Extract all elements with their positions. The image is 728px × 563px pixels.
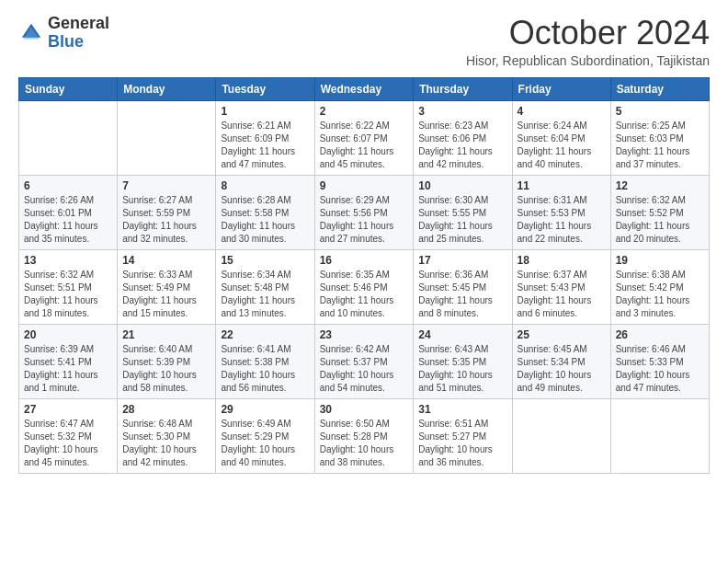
calendar-cell: 31Sunrise: 6:51 AM Sunset: 5:27 PM Dayli…	[414, 398, 512, 473]
day-info: Sunrise: 6:50 AM Sunset: 5:28 PM Dayligh…	[320, 418, 409, 469]
weekday-header: Wednesday	[314, 77, 414, 100]
calendar-cell	[610, 398, 709, 473]
day-number: 11	[518, 179, 606, 192]
calendar-cell: 19Sunrise: 6:38 AM Sunset: 5:42 PM Dayli…	[610, 249, 709, 324]
day-info: Sunrise: 6:46 AM Sunset: 5:33 PM Dayligh…	[616, 343, 704, 395]
day-number: 18	[518, 254, 606, 267]
calendar-cell: 25Sunrise: 6:45 AM Sunset: 5:34 PM Dayli…	[512, 324, 610, 398]
day-info: Sunrise: 6:42 AM Sunset: 5:37 PM Dayligh…	[320, 343, 409, 395]
day-number: 15	[221, 254, 309, 267]
day-number: 12	[616, 179, 704, 192]
logo-general: General	[48, 15, 109, 33]
logo-blue: Blue	[48, 33, 109, 52]
day-info: Sunrise: 6:24 AM Sunset: 6:04 PM Dayligh…	[518, 120, 606, 171]
subtitle: Hisor, Republican Subordination, Tajikis…	[466, 53, 710, 68]
calendar-cell: 15Sunrise: 6:34 AM Sunset: 5:48 PM Dayli…	[216, 249, 314, 324]
day-info: Sunrise: 6:22 AM Sunset: 6:07 PM Dayligh…	[320, 120, 409, 171]
calendar-cell: 10Sunrise: 6:30 AM Sunset: 5:55 PM Dayli…	[414, 175, 512, 249]
day-number: 21	[122, 328, 210, 341]
day-number: 3	[418, 105, 506, 118]
calendar-cell	[118, 100, 216, 175]
day-info: Sunrise: 6:48 AM Sunset: 5:30 PM Dayligh…	[122, 418, 210, 469]
day-number: 29	[221, 403, 309, 416]
day-number: 5	[616, 105, 704, 118]
header: General Blue October 2024 Hisor, Republi…	[18, 15, 710, 68]
calendar-cell: 23Sunrise: 6:42 AM Sunset: 5:37 PM Dayli…	[314, 324, 414, 398]
day-number: 25	[518, 328, 606, 341]
day-number: 24	[418, 328, 506, 341]
calendar-cell: 3Sunrise: 6:23 AM Sunset: 6:06 PM Daylig…	[414, 100, 512, 175]
day-number: 8	[221, 179, 309, 192]
day-info: Sunrise: 6:21 AM Sunset: 6:09 PM Dayligh…	[221, 120, 309, 171]
calendar-cell: 5Sunrise: 6:25 AM Sunset: 6:03 PM Daylig…	[610, 100, 709, 175]
calendar-cell: 21Sunrise: 6:40 AM Sunset: 5:39 PM Dayli…	[118, 324, 216, 398]
calendar-week: 27Sunrise: 6:47 AM Sunset: 5:32 PM Dayli…	[19, 398, 710, 473]
day-number: 6	[24, 179, 112, 192]
logo: General Blue	[18, 15, 109, 52]
day-info: Sunrise: 6:43 AM Sunset: 5:35 PM Dayligh…	[418, 343, 506, 395]
title-area: October 2024 Hisor, Republican Subordina…	[466, 15, 710, 68]
calendar-cell: 30Sunrise: 6:50 AM Sunset: 5:28 PM Dayli…	[314, 398, 414, 473]
weekday-header: Friday	[512, 77, 610, 100]
day-number: 19	[616, 254, 704, 267]
month-title: October 2024	[466, 15, 710, 52]
day-number: 16	[320, 254, 409, 267]
calendar-cell: 28Sunrise: 6:48 AM Sunset: 5:30 PM Dayli…	[118, 398, 216, 473]
weekday-header: Monday	[118, 77, 216, 100]
day-number: 2	[320, 105, 409, 118]
day-number: 26	[616, 328, 704, 341]
weekday-row: SundayMondayTuesdayWednesdayThursdayFrid…	[19, 77, 710, 100]
day-info: Sunrise: 6:32 AM Sunset: 5:51 PM Dayligh…	[24, 269, 112, 320]
day-number: 14	[122, 254, 210, 267]
day-number: 13	[24, 254, 112, 267]
day-number: 7	[122, 179, 210, 192]
calendar-cell: 6Sunrise: 6:26 AM Sunset: 6:01 PM Daylig…	[19, 175, 118, 249]
day-number: 30	[320, 403, 409, 416]
calendar: SundayMondayTuesdayWednesdayThursdayFrid…	[18, 77, 710, 474]
calendar-cell: 7Sunrise: 6:27 AM Sunset: 5:59 PM Daylig…	[118, 175, 216, 249]
calendar-cell: 16Sunrise: 6:35 AM Sunset: 5:46 PM Dayli…	[314, 249, 414, 324]
day-info: Sunrise: 6:26 AM Sunset: 6:01 PM Dayligh…	[24, 194, 112, 246]
day-info: Sunrise: 6:34 AM Sunset: 5:48 PM Dayligh…	[221, 269, 309, 320]
calendar-cell: 26Sunrise: 6:46 AM Sunset: 5:33 PM Dayli…	[610, 324, 709, 398]
calendar-week: 13Sunrise: 6:32 AM Sunset: 5:51 PM Dayli…	[19, 249, 710, 324]
day-info: Sunrise: 6:37 AM Sunset: 5:43 PM Dayligh…	[518, 269, 606, 320]
calendar-cell	[512, 398, 610, 473]
day-info: Sunrise: 6:23 AM Sunset: 6:06 PM Dayligh…	[418, 120, 506, 171]
day-number: 22	[221, 328, 309, 341]
day-info: Sunrise: 6:51 AM Sunset: 5:27 PM Dayligh…	[418, 418, 506, 469]
calendar-cell: 20Sunrise: 6:39 AM Sunset: 5:41 PM Dayli…	[19, 324, 118, 398]
day-number: 31	[418, 403, 506, 416]
calendar-cell: 2Sunrise: 6:22 AM Sunset: 6:07 PM Daylig…	[314, 100, 414, 175]
day-info: Sunrise: 6:31 AM Sunset: 5:53 PM Dayligh…	[518, 194, 606, 246]
calendar-cell: 11Sunrise: 6:31 AM Sunset: 5:53 PM Dayli…	[512, 175, 610, 249]
logo-text: General Blue	[48, 15, 109, 52]
day-info: Sunrise: 6:27 AM Sunset: 5:59 PM Dayligh…	[122, 194, 210, 246]
calendar-cell: 8Sunrise: 6:28 AM Sunset: 5:58 PM Daylig…	[216, 175, 314, 249]
weekday-header: Tuesday	[216, 77, 314, 100]
day-number: 10	[418, 179, 506, 192]
day-number: 1	[221, 105, 309, 118]
calendar-header: SundayMondayTuesdayWednesdayThursdayFrid…	[19, 77, 710, 100]
day-number: 27	[24, 403, 112, 416]
day-info: Sunrise: 6:33 AM Sunset: 5:49 PM Dayligh…	[122, 269, 210, 320]
day-info: Sunrise: 6:28 AM Sunset: 5:58 PM Dayligh…	[221, 194, 309, 246]
calendar-cell: 22Sunrise: 6:41 AM Sunset: 5:38 PM Dayli…	[216, 324, 314, 398]
weekday-header: Saturday	[610, 77, 709, 100]
day-info: Sunrise: 6:38 AM Sunset: 5:42 PM Dayligh…	[616, 269, 704, 320]
day-number: 28	[122, 403, 210, 416]
day-info: Sunrise: 6:41 AM Sunset: 5:38 PM Dayligh…	[221, 343, 309, 395]
calendar-cell	[19, 100, 118, 175]
calendar-body: 1Sunrise: 6:21 AM Sunset: 6:09 PM Daylig…	[19, 100, 710, 473]
calendar-cell: 24Sunrise: 6:43 AM Sunset: 5:35 PM Dayli…	[414, 324, 512, 398]
day-number: 17	[418, 254, 506, 267]
day-number: 9	[320, 179, 409, 192]
calendar-cell: 17Sunrise: 6:36 AM Sunset: 5:45 PM Dayli…	[414, 249, 512, 324]
calendar-week: 1Sunrise: 6:21 AM Sunset: 6:09 PM Daylig…	[19, 100, 710, 175]
day-number: 23	[320, 328, 409, 341]
day-info: Sunrise: 6:30 AM Sunset: 5:55 PM Dayligh…	[418, 194, 506, 246]
day-info: Sunrise: 6:36 AM Sunset: 5:45 PM Dayligh…	[418, 269, 506, 320]
day-info: Sunrise: 6:29 AM Sunset: 5:56 PM Dayligh…	[320, 194, 409, 246]
day-info: Sunrise: 6:47 AM Sunset: 5:32 PM Dayligh…	[24, 418, 112, 469]
day-number: 20	[24, 328, 112, 341]
